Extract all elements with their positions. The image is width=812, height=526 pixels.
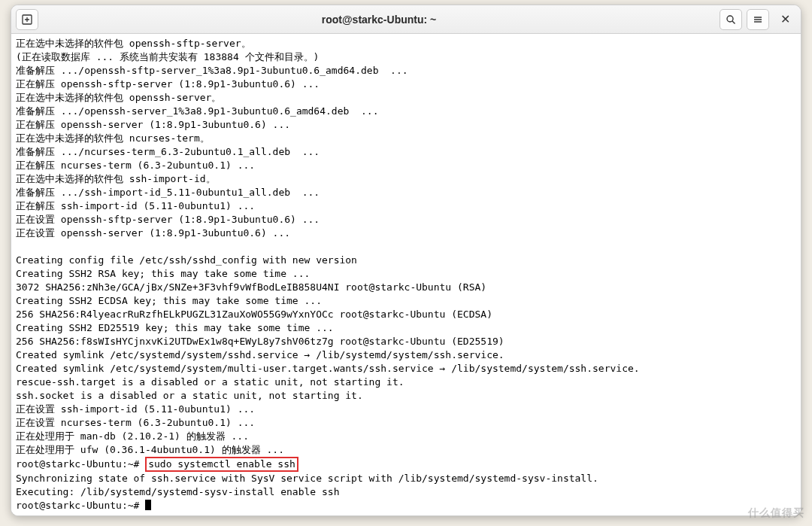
close-button[interactable]: ✕ xyxy=(774,9,796,30)
svg-point-3 xyxy=(727,16,733,22)
menu-button[interactable] xyxy=(747,9,769,30)
output-block: 正在选中未选择的软件包 openssh-sftp-server。 (正在读取数据… xyxy=(16,38,640,455)
prompt-line-2: root@starkc-Ubuntu:~# xyxy=(16,500,151,511)
prompt-line-1: root@starkc-Ubuntu:~# sudo systemctl ena… xyxy=(16,458,298,470)
new-tab-button[interactable] xyxy=(16,9,38,30)
terminal-window: root@starkc-Ubuntu: ~ ✕ 正在选中未选择的软件包 open… xyxy=(11,5,801,516)
terminal-output[interactable]: 正在选中未选择的软件包 openssh-sftp-server。 (正在读取数据… xyxy=(11,34,801,515)
cursor xyxy=(145,500,151,510)
svg-line-4 xyxy=(732,21,735,24)
window-title: root@starkc-Ubuntu: ~ xyxy=(38,14,720,26)
after-block: Synchronizing state of ssh.service with … xyxy=(16,473,598,497)
search-button[interactable] xyxy=(720,9,742,30)
titlebar: root@starkc-Ubuntu: ~ ✕ xyxy=(11,5,801,34)
highlighted-command: sudo systemctl enable ssh xyxy=(145,457,298,472)
